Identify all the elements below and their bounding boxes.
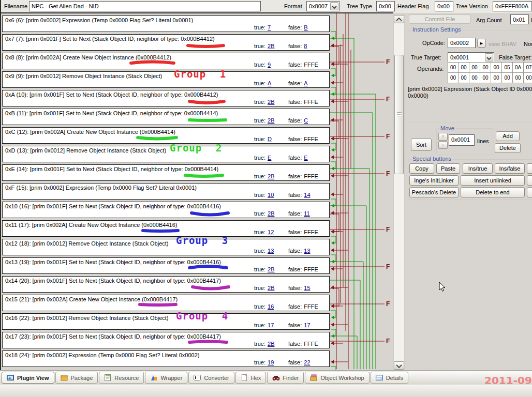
true-target-link[interactable]: 10 [268, 192, 274, 198]
instruction-row[interactable]: 0x15 (21): [prim 0x002A] Create New Obje… [2, 295, 330, 311]
operand-cell[interactable]: 00 [448, 62, 459, 73]
operand-cell[interactable]: 00 [480, 62, 491, 73]
copy-button[interactable]: Copy [409, 163, 434, 174]
paste-button[interactable]: Paste [436, 163, 460, 174]
operand-cell[interactable]: 05 [502, 62, 513, 73]
chevron-down-icon[interactable] [330, 2, 338, 10]
instruction-row[interactable]: 0xD (13): [prim 0x0012] Remove Object In… [2, 146, 330, 162]
move-lines-input[interactable]: 0x0001 [449, 134, 475, 146]
false-target-link[interactable]: E [304, 155, 307, 161]
true-target-link[interactable]: E [268, 155, 271, 161]
format-select[interactable]: 0x8007 [306, 1, 339, 11]
move-up-button[interactable]: ↑ [438, 133, 448, 141]
operand-cell[interactable]: 00 [513, 72, 524, 83]
instruction-row[interactable]: 0x12 (18): [prim 0x0012] Remove Object I… [2, 239, 330, 255]
pescados-delete-button[interactable]: Pescado's Delete [409, 187, 459, 197]
false-target-link[interactable]: C [304, 117, 308, 124]
tab-hex[interactable]: Hex [235, 372, 267, 384]
tab-resource[interactable]: Resource [99, 372, 144, 384]
instruction-row[interactable]: 0x14 (20): [prim 0x001F] Set to Next (St… [2, 276, 330, 293]
operand-cell[interactable]: 00 [469, 62, 480, 73]
tab-package[interactable]: Package [55, 372, 98, 384]
tab-details[interactable]: Details [371, 372, 409, 384]
false-target-link[interactable]: 14 [304, 192, 310, 198]
true-target-link[interactable]: 2B [268, 43, 274, 49]
false-target-link[interactable]: A [304, 80, 307, 86]
instruction-row[interactable]: 0xB (11): [prim 0x001F] Set to Next (Sta… [2, 109, 330, 125]
true-target-link[interactable]: 2B [268, 99, 274, 105]
true-target-link[interactable]: 2B [268, 266, 274, 272]
opcode-input[interactable]: 0x0002 [448, 38, 476, 48]
tree-version-input[interactable]: 0xFFFF800A [493, 1, 532, 11]
ins-true-button[interactable]: Ins/true [463, 163, 493, 174]
false-target-link[interactable]: 11 [304, 210, 309, 217]
instruction-row[interactable]: 0xA (10): [prim 0x001F] Set to Next (Sta… [2, 90, 330, 106]
insert-unlinked-button[interactable]: Insert unlinked [461, 175, 525, 186]
chevron-down-icon[interactable] [485, 53, 493, 62]
instruction-row[interactable]: 0x13 (19): [prim 0x001F] Set to Next (St… [2, 257, 330, 274]
operand-cell[interactable]: 0A [513, 62, 524, 73]
filename-input[interactable]: NPC - Get Alien Dad - NID [29, 1, 261, 11]
true-target-link[interactable]: 16 [268, 303, 274, 310]
scroll-up-button[interactable] [394, 15, 404, 23]
operand-cell[interactable]: 00 [502, 72, 513, 83]
tab-object-workshop[interactable]: Object Workshop [305, 372, 369, 384]
operand-cell[interactable]: 00 [469, 72, 480, 83]
false-target-link[interactable]: B [304, 24, 307, 30]
instruction-row[interactable]: 0x18 (24): [prim 0x0002] Expression (Tem… [2, 350, 330, 367]
header-flag-input[interactable]: 0x00 [435, 1, 453, 11]
instruction-row[interactable]: 0x16 (22): [prim 0x0012] Remove Object I… [2, 313, 330, 330]
instruction-row[interactable]: 0x11 (17): [prim 0x002A] Create New Obje… [2, 220, 330, 237]
tab-wrapper[interactable]: Wrapper [145, 372, 187, 384]
instruction-row[interactable]: 0x8 (8): [prim 0x002A] Create New Object… [2, 53, 330, 69]
operand-cell[interactable]: 07 [524, 62, 532, 73]
true-target-link[interactable]: 2B [268, 341, 274, 347]
false-target-link[interactable]: 13 [304, 248, 310, 254]
false-target-link[interactable]: 17 [304, 322, 310, 328]
scrollbar-thumb[interactable] [394, 55, 404, 174]
operand-cell[interactable]: 00 [448, 72, 459, 83]
instruction-row[interactable]: 0x6 (6): [prim 0x0002] Expression (Temp … [2, 16, 330, 32]
list-scrollbar[interactable] [393, 14, 405, 370]
tab-converter[interactable]: Converter [188, 372, 234, 384]
true-target-link[interactable]: 12 [268, 229, 274, 235]
add-button[interactable]: Add [496, 131, 520, 141]
true-target-link[interactable]: 2B [268, 173, 274, 179]
tab-plugin-view[interactable]: Plugin View [2, 372, 54, 384]
operand-cell[interactable]: 00 [459, 62, 469, 73]
true-target-link[interactable]: A [268, 80, 271, 86]
tab-finder[interactable]: Finder [267, 372, 304, 384]
false-target-link[interactable]: 22 [304, 359, 310, 365]
commit-file-button[interactable]: Commit File [409, 14, 471, 24]
true-target-link[interactable]: 19 [268, 359, 274, 365]
inges-initlinker-button[interactable]: Inge's InitLinker [409, 175, 459, 186]
true-target-link[interactable]: D [268, 136, 272, 142]
opcode-browse-button[interactable]: ▶ [477, 39, 486, 48]
operand-cell[interactable]: 00 [524, 72, 532, 83]
false-target-link[interactable]: 8 [304, 43, 307, 49]
true-target-link[interactable]: 7 [268, 24, 271, 30]
sort-button[interactable]: Sort [411, 139, 432, 151]
true-target-link[interactable]: 2B [268, 117, 274, 124]
tree-type-input[interactable]: 0x00 [376, 1, 395, 11]
operand-cell[interactable]: 00 [491, 72, 502, 83]
instruction-row[interactable]: 0x9 (9): [prim 0x0012] Remove Object Ins… [2, 71, 330, 88]
instruction-row[interactable]: 0xF (15): [prim 0x0002] Expression (Temp… [2, 183, 330, 200]
operand-cell[interactable]: 00 [480, 72, 491, 83]
ins-false-button[interactable]: Ins/false [495, 163, 525, 174]
scroll-down-button[interactable] [394, 361, 404, 370]
delete-button[interactable]: Delete [495, 143, 521, 153]
true-target-link[interactable]: 2B [268, 285, 274, 291]
false-target-link[interactable]: 15 [304, 285, 310, 291]
instruction-row[interactable]: 0x17 (23): [prim 0x001F] Set to Next (St… [2, 332, 330, 348]
instruction-row[interactable]: 0x10 (16): [prim 0x001F] Set to Next (St… [2, 202, 330, 218]
instruction-row[interactable]: 0xE (14): [prim 0x001F] Set to Next (Sta… [2, 164, 330, 181]
instruction-row[interactable]: 0x7 (7): [prim 0x001F] Set to Next (Stac… [2, 34, 330, 51]
true-target-link[interactable]: 2B [268, 210, 274, 217]
cut-off-button-1[interactable] [527, 163, 532, 174]
delete-to-end-button[interactable]: Delete to end [461, 187, 525, 197]
arg-count-input[interactable]: 0x01 [510, 14, 529, 24]
true-target-select[interactable]: 0x0001 [448, 52, 494, 63]
operand-cell[interactable]: 00 [491, 62, 502, 73]
true-target-link[interactable]: 9 [268, 62, 271, 68]
